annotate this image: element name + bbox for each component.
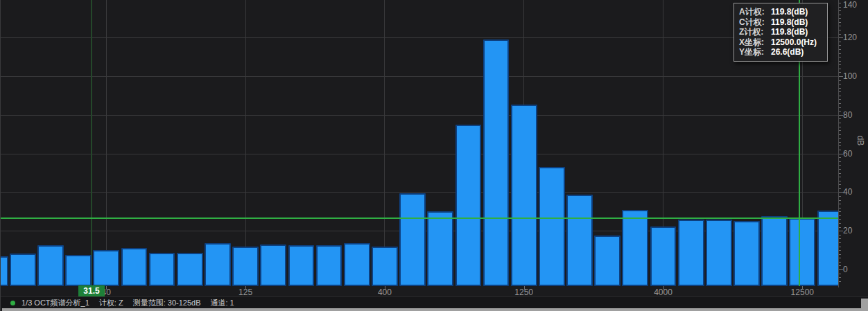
measurement-tooltip: A计权:119.8(dB)C计权:119.8(dB)Z计权:119.8(dB)X… (734, 3, 828, 62)
y-minor-tick (839, 161, 841, 162)
y-minor-tick (839, 215, 841, 216)
y-minor-tick (839, 247, 841, 247)
y-minor-tick (839, 204, 841, 204)
tooltip-label: C计权: (739, 17, 771, 28)
y-minor-tick (839, 134, 841, 135)
chart-plot-area[interactable] (1, 0, 838, 286)
y-minor-tick (839, 42, 841, 42)
y-axis-spine (838, 0, 839, 287)
bar-1600hz[interactable] (539, 167, 565, 286)
bar-630hz[interactable] (427, 211, 453, 286)
scrollbar-corner[interactable] (861, 299, 868, 311)
y-minor-tick (839, 274, 841, 274)
bar-800hz[interactable] (455, 125, 482, 286)
bar-25hz[interactable] (37, 245, 64, 286)
y-minor-tick (839, 138, 841, 139)
y-minor-tick (839, 10, 841, 11)
y-minor-tick (839, 184, 841, 185)
y-minor-tick (839, 49, 841, 50)
bar-500hz[interactable] (399, 193, 426, 286)
tooltip-row: A计权:119.8(dB) (739, 7, 823, 17)
y-minor-tick (839, 169, 841, 170)
y-minor-tick (839, 227, 841, 228)
cursor-frequency-badge[interactable]: 31.5 (78, 285, 105, 296)
bar-2000hz[interactable] (566, 195, 593, 286)
y-minor-tick (839, 130, 841, 131)
bar-10000hz[interactable] (761, 216, 788, 286)
gridline-horizontal (1, 154, 838, 154)
bar-160hz[interactable] (260, 245, 286, 286)
y-minor-tick (839, 18, 841, 19)
tooltip-value: 119.8(dB) (771, 27, 823, 37)
y-minor-tick (839, 69, 841, 69)
bar-4000hz[interactable] (650, 226, 677, 286)
tooltip-row: Y坐标:26.6(dB) (739, 47, 823, 57)
bar-125hz[interactable] (232, 247, 259, 286)
y-minor-tick (839, 188, 841, 189)
bar-1250hz[interactable] (511, 105, 537, 286)
gridline-vertical (384, 0, 385, 286)
bar-31.5hz[interactable] (65, 255, 92, 286)
y-minor-tick (839, 88, 841, 89)
y-minor-tick (839, 208, 841, 208)
y-tick-label: 100 (843, 71, 867, 81)
bar-5000hz[interactable] (678, 220, 704, 286)
bar-400hz[interactable] (372, 247, 398, 286)
y-tick-label: 20 (843, 226, 867, 236)
bar-100hz[interactable] (205, 243, 231, 286)
status-item: 计权: Z (99, 298, 123, 308)
bar-16000hz[interactable] (817, 211, 838, 286)
bar-8000hz[interactable] (734, 221, 760, 286)
y-minor-tick (839, 22, 841, 23)
y-minor-tick (839, 250, 841, 251)
spectrum-analyzer-window: 020406080100120140 401254001250400012500… (0, 0, 868, 311)
bar-1000hz[interactable] (483, 39, 510, 286)
tooltip-value: 119.8(dB) (771, 7, 823, 17)
y-minor-tick (839, 91, 841, 92)
y-minor-tick (839, 84, 841, 85)
y-minor-tick (839, 235, 841, 236)
y-minor-tick (839, 150, 841, 150)
y-minor-tick (839, 123, 841, 123)
status-item: 测量范围: 30-125dB (133, 298, 201, 308)
bar-40hz[interactable] (93, 250, 119, 286)
tooltip-row: Z计权:119.8(dB) (739, 27, 823, 37)
y-minor-tick (839, 127, 841, 127)
bar-2500hz[interactable] (594, 236, 620, 286)
y-minor-tick (839, 200, 841, 201)
bar-20hz[interactable] (10, 254, 36, 286)
gridline-horizontal (1, 76, 838, 77)
tooltip-label: Y坐标: (739, 47, 771, 57)
gridline-horizontal (1, 37, 838, 38)
y-minor-tick (839, 30, 841, 30)
y-minor-tick (839, 26, 841, 26)
y-minor-tick (839, 64, 841, 65)
y-minor-tick (839, 72, 841, 73)
y-axis-title: dB (856, 136, 865, 146)
cursor-hline-26-6db[interactable] (1, 217, 838, 219)
bar-250hz[interactable] (316, 245, 342, 286)
bar-6300hz[interactable] (706, 220, 732, 286)
y-minor-tick (839, 53, 841, 54)
bar-12500hz[interactable] (789, 218, 815, 286)
bar-3150hz[interactable] (622, 210, 648, 286)
bar-315hz[interactable] (344, 243, 370, 286)
horizontal-scrollbar[interactable] (2, 308, 862, 311)
y-tick-label: 80 (843, 110, 867, 120)
bar-16hz[interactable] (1, 256, 8, 286)
y-minor-tick (839, 157, 841, 158)
y-tick-label: 0 (843, 265, 867, 274)
y-minor-tick (839, 107, 841, 108)
bar-50hz[interactable] (121, 248, 148, 286)
tooltip-label: A计权: (739, 7, 771, 17)
y-minor-tick (839, 281, 841, 282)
marker-line-31-5hz[interactable] (91, 0, 92, 286)
y-minor-tick (839, 211, 841, 212)
bar-200hz[interactable] (288, 245, 315, 286)
gridline-horizontal (1, 192, 838, 193)
y-minor-tick (839, 265, 841, 266)
gridline-vertical (106, 0, 107, 286)
bar-80hz[interactable] (177, 253, 203, 286)
bar-63hz[interactable] (149, 253, 175, 286)
y-minor-tick (839, 57, 841, 57)
